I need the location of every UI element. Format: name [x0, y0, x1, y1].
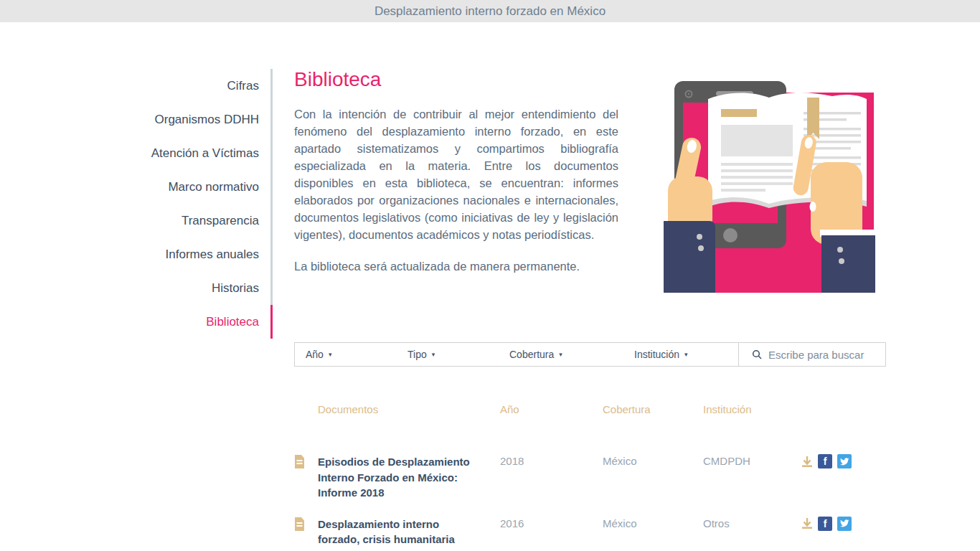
filter-label-tipo: Tipo [407, 349, 427, 360]
table-header-row: Documentos Año Cobertura Institución [294, 403, 886, 415]
document-coverage: México [603, 454, 703, 467]
twitter-icon[interactable] [837, 454, 852, 468]
library-illustration [664, 69, 875, 293]
twitter-icon[interactable] [837, 517, 852, 531]
main-content: Biblioteca Con la intención de contribui… [294, 69, 886, 551]
row-actions: f [801, 454, 886, 468]
filter-label-cobertura: Cobertura [509, 349, 554, 360]
sidebar-item-atencion-victimas[interactable]: Atención a Víctimas [0, 136, 273, 170]
filter-dropdown-ano[interactable]: Año ▾ [295, 343, 397, 366]
column-header-ano: Año [500, 403, 603, 415]
caret-down-icon: ▾ [684, 351, 688, 358]
caret-down-icon: ▾ [432, 351, 435, 358]
sidebar-item-marco-normativo[interactable]: Marco normativo [0, 170, 273, 204]
document-institution: CMDPDH [703, 454, 801, 467]
facebook-icon[interactable]: f [818, 517, 832, 531]
sidebar-item-organismos-ddhh[interactable]: Organismos DDHH [0, 103, 273, 136]
intro-paragraph-1: Con la intención de contribuir al mejor … [294, 105, 618, 243]
search-input[interactable] [768, 349, 883, 361]
row-actions: f [801, 517, 886, 531]
caret-down-icon: ▾ [559, 351, 562, 358]
page-header: Desplazamiento interno forzado en México [0, 0, 980, 22]
filter-bar: Año ▾ Tipo ▾ Cobertura ▾ Institución ▾ [294, 342, 886, 367]
filter-dropdown-cobertura[interactable]: Cobertura ▾ [499, 343, 623, 366]
sidebar-nav: Cifras Organismos DDHH Atención a Víctim… [0, 69, 273, 339]
intro-text: Con la intención de contribuir al mejor … [294, 105, 618, 275]
sidebar-item-transparencia[interactable]: Transparencia [0, 204, 273, 237]
sidebar-item-cifras[interactable]: Cifras [0, 69, 273, 103]
facebook-icon[interactable]: f [818, 454, 832, 468]
filter-label-institucion: Institución [634, 349, 679, 360]
document-year: 2018 [500, 454, 603, 467]
filter-dropdown-institucion[interactable]: Institución ▾ [623, 343, 738, 366]
document-year: 2016 [500, 517, 603, 529]
column-header-cobertura: Cobertura [603, 403, 703, 415]
document-title-link[interactable]: Episodios de Desplazamiento Interno Forz… [318, 454, 473, 501]
search-icon [752, 349, 762, 359]
document-coverage: México [603, 517, 703, 529]
download-icon[interactable] [801, 456, 813, 468]
page-header-title: Desplazamiento interno forzado en México [374, 4, 606, 19]
intro-section: Biblioteca Con la intención de contribui… [294, 69, 886, 342]
sidebar-item-historias[interactable]: Historias [0, 271, 273, 305]
document-icon [294, 517, 318, 534]
caret-down-icon: ▾ [329, 351, 332, 358]
filter-dropdown-tipo[interactable]: Tipo ▾ [397, 343, 499, 366]
document-title-link[interactable]: Desplazamiento interno forzado, crisis h… [318, 517, 473, 551]
column-header-documentos: Documentos [318, 403, 500, 415]
table-row: Episodios de Desplazamiento Interno Forz… [294, 454, 886, 501]
sidebar-item-informes-anuales[interactable]: Informes anuales [0, 237, 273, 271]
table-row: Desplazamiento interno forzado, crisis h… [294, 517, 886, 551]
download-icon[interactable] [801, 517, 813, 529]
document-institution: Otros [703, 517, 801, 529]
intro-paragraph-2: La biblioteca será actualizada de manera… [294, 258, 618, 275]
search-box [738, 343, 885, 366]
column-header-institucion: Institución [703, 403, 801, 415]
sidebar: Cifras Organismos DDHH Atención a Víctim… [0, 69, 273, 551]
documents-table: Documentos Año Cobertura Institución Epi… [294, 403, 886, 551]
document-icon [294, 454, 318, 471]
sidebar-item-biblioteca[interactable]: Biblioteca [0, 305, 273, 339]
filter-label-ano: Año [306, 349, 324, 360]
content-wrapper: Cifras Organismos DDHH Atención a Víctim… [0, 22, 980, 551]
